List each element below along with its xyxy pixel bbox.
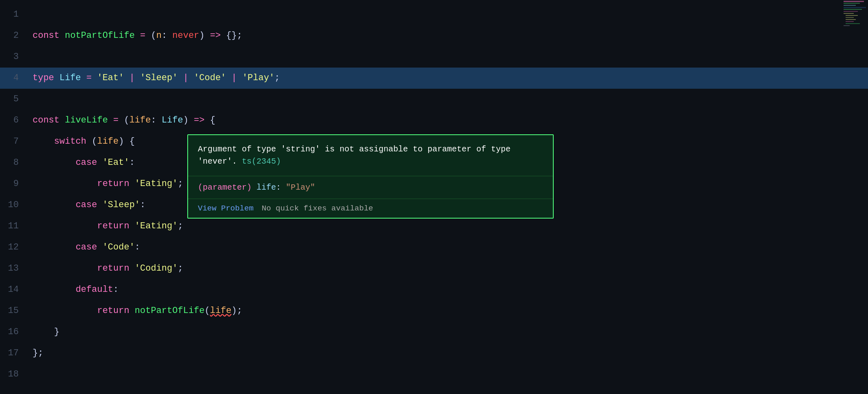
code-editor: 1 2 const notPartOfLife = (n: never) => … xyxy=(0,0,868,394)
line-18: 18 xyxy=(0,364,868,385)
line-number-8: 8 xyxy=(0,152,28,173)
svg-rect-2 xyxy=(844,3,860,4)
line-number-16: 16 xyxy=(0,322,28,343)
line-17: 17 }; xyxy=(0,343,868,364)
line-content-9: return 'Eating'; xyxy=(28,173,183,195)
no-quick-fixes-text: No quick fixes available xyxy=(262,204,373,213)
line-number-2: 2 xyxy=(0,25,28,46)
svg-rect-10 xyxy=(846,19,856,20)
line-content-12: case 'Code': xyxy=(28,237,140,258)
line-11: 11 return 'Eating'; xyxy=(0,216,868,237)
line-4: 4 type Life = 'Eat' | 'Sleep' | 'Code' |… xyxy=(0,68,868,89)
line-number-6: 6 xyxy=(0,110,28,131)
line-content-16: } xyxy=(28,322,59,343)
line-13: 13 return 'Coding'; xyxy=(0,258,868,279)
line-number-1: 1 xyxy=(0,4,28,25)
svg-rect-3 xyxy=(844,5,856,6)
line-number-10: 10 xyxy=(0,195,28,216)
line-number-17: 17 xyxy=(0,343,28,364)
line-content-15: return notPartOfLife(life); xyxy=(28,300,242,322)
line-content-17: }; xyxy=(28,343,43,364)
svg-rect-7 xyxy=(844,13,854,14)
svg-rect-8 xyxy=(846,15,858,16)
line-content-13: return 'Coding'; xyxy=(28,258,183,279)
line-1: 1 xyxy=(0,4,868,25)
line-number-7: 7 xyxy=(0,131,28,152)
line-content-10: case 'Sleep': xyxy=(28,195,145,216)
tooltip-error-section: Argument of type 'string' is not assigna… xyxy=(188,135,553,176)
view-problem-button[interactable]: View Problem xyxy=(198,204,254,213)
svg-rect-9 xyxy=(846,17,854,18)
line-14: 14 default: xyxy=(0,279,868,300)
line-number-3: 3 xyxy=(0,46,28,68)
error-tooltip: Argument of type 'string' is not assigna… xyxy=(187,134,554,219)
line-number-4: 4 xyxy=(0,68,28,89)
line-number-18: 18 xyxy=(0,364,28,385)
line-6: 6 const liveLife = (life: Life) => { xyxy=(0,110,868,131)
tooltip-error-text: Argument of type 'string' is not assigna… xyxy=(198,143,543,168)
svg-rect-4 xyxy=(844,7,866,8)
line-content-11: return 'Eating'; xyxy=(28,216,183,237)
svg-rect-12 xyxy=(846,23,860,24)
svg-rect-11 xyxy=(846,21,854,22)
svg-rect-1 xyxy=(844,1,864,2)
line-15: 15 return notPartOfLife(life); xyxy=(0,300,868,322)
line-5: 5 xyxy=(0,89,868,110)
line-number-15: 15 xyxy=(0,300,28,322)
line-number-14: 14 xyxy=(0,279,28,300)
line-content-2: const notPartOfLife = (n: never) => {}; xyxy=(28,25,242,46)
line-12: 12 case 'Code': xyxy=(0,237,868,258)
line-number-9: 9 xyxy=(0,173,28,195)
tooltip-type-section: (parameter) life: "Play" xyxy=(188,176,553,199)
line-2: 2 const notPartOfLife = (n: never) => {}… xyxy=(0,25,868,46)
line-number-11: 11 xyxy=(0,216,28,237)
line-number-5: 5 xyxy=(0,89,28,110)
svg-rect-13 xyxy=(844,25,850,26)
svg-rect-5 xyxy=(844,9,862,10)
line-16: 16 } xyxy=(0,322,868,343)
line-number-12: 12 xyxy=(0,237,28,258)
svg-rect-6 xyxy=(844,11,858,12)
line-content-14: default: xyxy=(28,279,118,300)
line-content-4: type Life = 'Eat' | 'Sleep' | 'Code' | '… xyxy=(28,68,280,89)
line-content-6: const liveLife = (life: Life) => { xyxy=(28,110,215,131)
tooltip-type-text: (parameter) life: "Play" xyxy=(198,183,543,192)
line-number-13: 13 xyxy=(0,258,28,279)
minimap-svg xyxy=(819,0,868,33)
line-content-8: case 'Eat': xyxy=(28,152,135,173)
minimap xyxy=(819,0,868,33)
line-content-7: switch (life) { xyxy=(28,131,135,152)
line-3: 3 xyxy=(0,46,868,68)
tooltip-actions-section[interactable]: View Problem No quick fixes available xyxy=(188,199,553,218)
